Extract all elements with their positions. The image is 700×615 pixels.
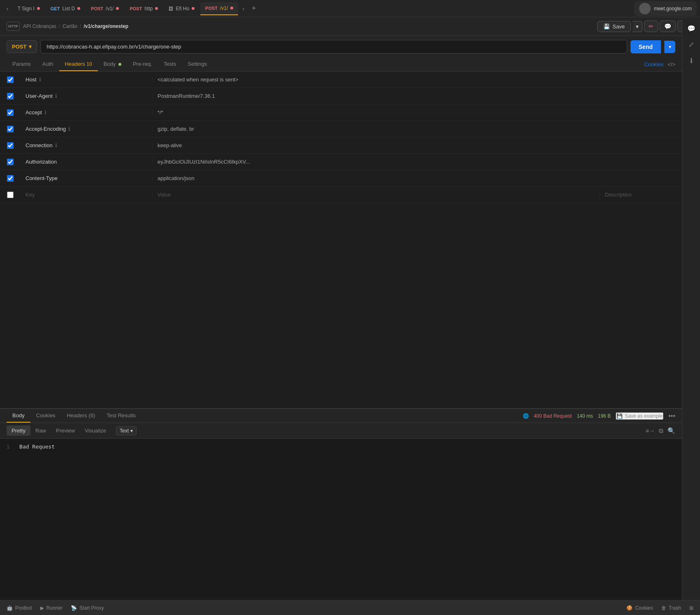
cookies-link[interactable]: Cookies	[644, 61, 663, 67]
host-info-icon[interactable]: ℹ	[39, 76, 41, 83]
ua-info-icon[interactable]: ℹ	[55, 93, 57, 99]
ph-key: Key	[21, 192, 152, 198]
tab-4-icon: 🖼	[169, 6, 173, 11]
tab-1[interactable]: GET List D	[46, 2, 85, 15]
code-toggle-btn[interactable]: </>	[668, 61, 675, 67]
send-dropdown-btn[interactable]: ▾	[664, 41, 675, 53]
cookies-bottom-btn[interactable]: 🍪 Cookies	[626, 605, 653, 611]
host-checkbox[interactable]	[7, 76, 14, 83]
tab-4[interactable]: 🖼 Efi Ho	[164, 2, 199, 15]
tab-tests[interactable]: Tests	[158, 58, 182, 71]
conn-check[interactable]	[0, 142, 21, 149]
auth-check[interactable]	[0, 159, 21, 165]
layout-btn[interactable]: ⊞	[689, 605, 693, 611]
ct-check[interactable]	[0, 175, 21, 182]
breadcrumb-sep-1: /	[59, 23, 60, 29]
breadcrumb: API Cobranças / Cartão / /v1/charge/ones…	[23, 23, 594, 29]
tab-3-label: http	[144, 6, 153, 12]
ua-checkbox[interactable]	[7, 93, 14, 99]
resp-tab-body[interactable]: Body	[7, 409, 30, 423]
tab-2-method: POST	[91, 6, 103, 11]
ct-key-label: Content-Type	[25, 175, 58, 181]
tab-2[interactable]: POST /v1/	[86, 2, 124, 15]
tab-5[interactable]: POST /v1/	[200, 2, 238, 15]
breadcrumb-api: API Cobranças	[23, 23, 56, 29]
tab-headers[interactable]: Headers 10	[59, 58, 98, 71]
resp-tab-test-results[interactable]: Test Results	[101, 409, 141, 423]
trash-label: Trash	[669, 605, 681, 611]
ae-info-icon[interactable]: ℹ	[68, 126, 70, 132]
tab-0-label: T Sign I	[18, 6, 35, 12]
send-button[interactable]: Send	[630, 40, 661, 53]
resp-tab-headers[interactable]: Headers (6)	[61, 409, 101, 423]
format-dropdown-icon: ▾	[130, 428, 133, 434]
comment-btn[interactable]: 💬	[660, 21, 676, 32]
fmt-visualize[interactable]: Visualize	[80, 425, 111, 436]
tab-3[interactable]: POST http	[125, 2, 163, 15]
save-button[interactable]: 💾 Save	[597, 21, 631, 32]
method-select[interactable]: POST ▾	[7, 40, 37, 53]
fmt-raw[interactable]: Raw	[30, 425, 51, 436]
fmt-preview[interactable]: Preview	[51, 425, 80, 436]
save-icon: 💾	[617, 413, 623, 419]
url-input[interactable]: https://cobrancas-h.api.efipay.com.br/v1…	[40, 40, 627, 53]
auth-key-label: Authorization	[25, 159, 57, 165]
trash-btn[interactable]: 🗑 Trash	[661, 605, 681, 611]
tab-next-btn[interactable]: ›	[239, 4, 248, 14]
wrap-icon[interactable]: ≡→	[646, 428, 655, 434]
resp-body-text: Bad Request	[19, 444, 55, 450]
save-dropdown-btn[interactable]: ▾	[633, 21, 642, 32]
tab-body[interactable]: Body	[98, 58, 127, 71]
fmt-pretty-label: Pretty	[12, 428, 25, 434]
ct-checkbox[interactable]	[7, 175, 14, 182]
ae-check[interactable]	[0, 126, 21, 132]
conn-checkbox[interactable]	[7, 142, 14, 149]
tab-prereq[interactable]: Pre-req.	[127, 58, 158, 71]
expand-icon[interactable]: ⤢	[686, 38, 696, 51]
tab-0[interactable]: T Sign I	[13, 2, 45, 15]
tab-auth[interactable]: Auth	[37, 58, 59, 71]
postbot-btn[interactable]: 🤖 Postbot	[7, 605, 32, 611]
search-resp-btn[interactable]: 🔍	[668, 427, 675, 435]
fmt-pretty[interactable]: Pretty	[7, 425, 30, 436]
info-icon[interactable]: ℹ	[688, 54, 695, 67]
postbot-icon: 🤖	[7, 605, 13, 611]
accept-check[interactable]	[0, 109, 21, 116]
auth-checkbox[interactable]	[7, 159, 14, 165]
new-tab-btn[interactable]: +	[248, 4, 260, 13]
host-check[interactable]	[0, 76, 21, 83]
copy-btn[interactable]: ⧉	[659, 427, 663, 435]
tab-settings[interactable]: Settings	[182, 58, 213, 71]
ua-check[interactable]	[0, 93, 21, 99]
runner-label: Runner	[46, 605, 63, 611]
edit-btn[interactable]: ✏	[644, 21, 658, 32]
tab-params-label: Params	[12, 61, 31, 67]
runner-btn[interactable]: ▶ Runner	[40, 605, 63, 611]
header-row-content-type: Content-Type application/json	[0, 170, 682, 187]
body-dot	[118, 63, 121, 66]
comment-icon: 💬	[664, 23, 671, 30]
ph-check[interactable]	[0, 192, 21, 198]
tab-bar: ‹ T Sign I GET List D POST /v1/ POST htt…	[0, 0, 700, 17]
conn-info-icon[interactable]: ℹ	[55, 142, 57, 148]
chat-icon[interactable]: 💬	[685, 22, 698, 35]
breadcrumb-sep-2: /	[80, 23, 81, 29]
start-proxy-btn[interactable]: 📡 Start Proxy	[71, 605, 104, 611]
save-example-btn[interactable]: 💾 Save as example	[616, 412, 663, 420]
format-select[interactable]: Text ▾	[116, 426, 137, 435]
tab-1-label: List D	[62, 6, 75, 12]
host-key-label: Host	[25, 76, 37, 83]
tab-settings-label: Settings	[188, 61, 207, 67]
resp-tab-cookies[interactable]: Cookies	[30, 409, 61, 423]
ph-checkbox[interactable]	[7, 192, 14, 198]
conn-value: keep-alive	[152, 142, 682, 148]
layout-icon: ⊞	[689, 605, 693, 611]
tab-prev-btn[interactable]: ‹	[3, 4, 12, 14]
more-options-btn[interactable]: •••	[668, 412, 675, 420]
globe-icon: 🌐	[523, 413, 529, 419]
tab-params[interactable]: Params	[7, 58, 37, 71]
accept-info-icon[interactable]: ℹ	[44, 109, 46, 116]
accept-checkbox[interactable]	[7, 109, 14, 116]
ae-checkbox[interactable]	[7, 126, 14, 132]
tab-2-label: /v1/	[106, 6, 114, 12]
